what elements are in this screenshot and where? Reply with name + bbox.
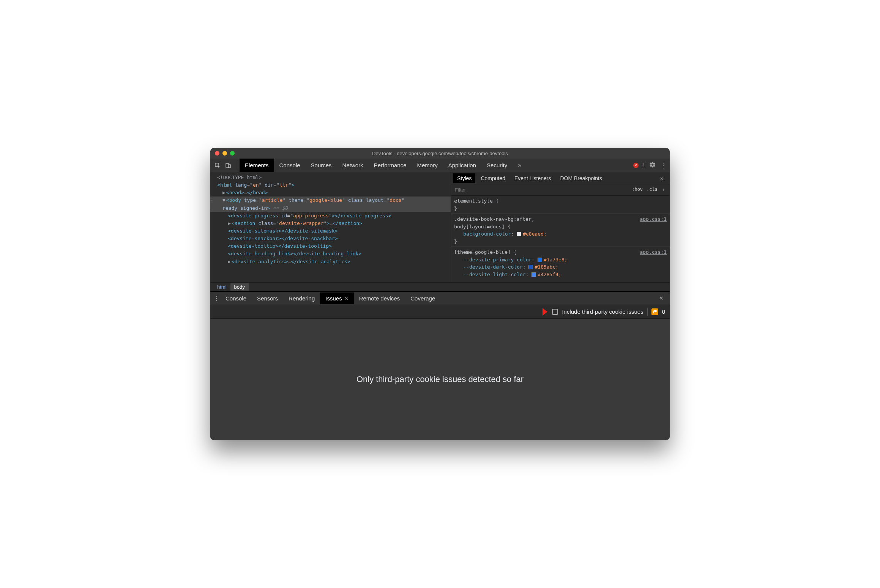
svg-rect-3 (654, 311, 655, 311)
cls-toggle[interactable]: .cls (647, 187, 658, 193)
main-toolbar: Elements Console Sources Network Perform… (210, 159, 670, 172)
source-link[interactable]: app.css:1 (640, 215, 667, 223)
separator (647, 308, 648, 316)
drawer-close-icon[interactable]: ✕ (659, 295, 667, 301)
dom-line[interactable]: ▶<head>…</head> (210, 189, 451, 197)
subtab-event-listeners[interactable]: Event Listeners (511, 173, 555, 183)
dom-line-selected[interactable]: ready signed-in> == $0 (210, 204, 451, 212)
svg-rect-1 (226, 164, 229, 167)
tab-console[interactable]: Console (274, 159, 306, 172)
traffic-lights (210, 151, 235, 156)
tab-memory[interactable]: Memory (412, 159, 443, 172)
svg-rect-4 (654, 312, 655, 312)
issues-panel: Only third-party cookie issues detected … (210, 319, 670, 440)
dom-line[interactable]: <!DOCTYPE html> (210, 174, 451, 181)
error-count: 1 (642, 162, 645, 168)
titlebar: DevTools - developers.google.com/web/too… (210, 148, 670, 159)
issue-count: 0 (662, 308, 665, 315)
close-window-button[interactable] (215, 151, 219, 156)
main-split: <!DOCTYPE html> <html lang="en" dir="ltr… (210, 172, 670, 282)
drawer-tab-coverage[interactable]: Coverage (405, 292, 440, 304)
crumb-body[interactable]: body (230, 283, 249, 291)
styles-pane: Styles Computed Event Listeners DOM Brea… (451, 172, 670, 282)
annotation-arrow-icon (529, 304, 548, 319)
subtab-styles[interactable]: Styles (453, 173, 475, 183)
tab-elements[interactable]: Elements (240, 159, 274, 172)
third-party-checkbox-label: Include third-party cookie issues (562, 308, 643, 315)
styles-rules[interactable]: element.style { } .devsite-book-nav-bg:a… (451, 196, 670, 282)
issues-empty-message: Only third-party cookie issues detected … (356, 374, 524, 384)
drawer-menu-icon[interactable]: ⋮ (213, 295, 220, 302)
dom-line[interactable]: <devsite-progress id="app-progress"></de… (210, 212, 451, 220)
subtab-more[interactable]: » (656, 173, 667, 184)
styles-subtabs: Styles Computed Event Listeners DOM Brea… (451, 172, 670, 184)
panel-tabs: Elements Console Sources Network Perform… (240, 159, 527, 172)
dom-line[interactable]: <devsite-tooltip></devsite-tooltip> (210, 242, 451, 250)
tab-security[interactable]: Security (481, 159, 513, 172)
close-icon[interactable]: ✕ (344, 296, 349, 301)
more-tabs[interactable]: » (513, 159, 527, 172)
inspect-icon[interactable] (213, 161, 222, 170)
tab-sources[interactable]: Sources (306, 159, 337, 172)
settings-icon[interactable] (649, 161, 656, 169)
window-title: DevTools - developers.google.com/web/too… (210, 151, 670, 156)
issue-badge-icon[interactable] (651, 308, 658, 315)
dom-line[interactable]: <html lang="en" dir="ltr"> (210, 181, 451, 189)
error-badge-icon[interactable] (633, 163, 639, 168)
zoom-window-button[interactable] (230, 151, 235, 156)
third-party-checkbox[interactable] (552, 309, 558, 315)
toolbar-right: 1 ⋮ (633, 161, 667, 170)
tab-network[interactable]: Network (337, 159, 369, 172)
hov-toggle[interactable]: :hov (632, 187, 643, 193)
styles-filter-actions: :hov .cls ＋ (632, 187, 670, 193)
separator (237, 161, 237, 170)
new-rule-button[interactable]: ＋ (661, 187, 666, 193)
dom-line[interactable]: <devsite-heading-link></devsite-heading-… (210, 250, 451, 258)
dom-line-selected[interactable]: ⋯ ▼<body type="article" theme="google-bl… (210, 197, 451, 204)
dom-line[interactable]: ▶<devsite-analytics>…</devsite-analytics… (210, 258, 451, 266)
source-link[interactable]: app.css:1 (640, 248, 667, 256)
tab-application[interactable]: Application (443, 159, 481, 172)
issues-toolbar: Include third-party cookie issues 0 (210, 305, 670, 319)
subtab-dom-breakpoints[interactable]: DOM Breakpoints (557, 173, 606, 183)
drawer-tab-rendering[interactable]: Rendering (283, 292, 320, 304)
tab-performance[interactable]: Performance (369, 159, 412, 172)
dom-line[interactable]: <devsite-sitemask></devsite-sitemask> (210, 227, 451, 235)
device-toolbar-icon[interactable] (224, 161, 232, 170)
crumb-html[interactable]: html (213, 283, 230, 291)
dom-breadcrumbs: html body (210, 282, 670, 291)
devtools-window: DevTools - developers.google.com/web/too… (210, 148, 670, 440)
drawer-tab-remote-devices[interactable]: Remote devices (354, 292, 405, 304)
kebab-menu-icon[interactable]: ⋮ (660, 161, 667, 170)
styles-filter-input[interactable] (451, 187, 632, 193)
drawer-tabs: ⋮ Console Sensors Rendering Issues✕ Remo… (210, 291, 670, 305)
minimize-window-button[interactable] (222, 151, 227, 156)
drawer-tab-console[interactable]: Console (220, 292, 252, 304)
drawer-tab-issues[interactable]: Issues✕ (320, 292, 353, 304)
subtab-computed[interactable]: Computed (477, 173, 509, 183)
styles-filter-row: :hov .cls ＋ (451, 184, 670, 196)
dom-line[interactable]: ▶<section class="devsite-wrapper">…</sec… (210, 220, 451, 227)
drawer-tab-sensors[interactable]: Sensors (252, 292, 283, 304)
dom-tree[interactable]: <!DOCTYPE html> <html lang="en" dir="ltr… (210, 172, 451, 282)
dom-line[interactable]: <devsite-snackbar></devsite-snackbar> (210, 235, 451, 242)
